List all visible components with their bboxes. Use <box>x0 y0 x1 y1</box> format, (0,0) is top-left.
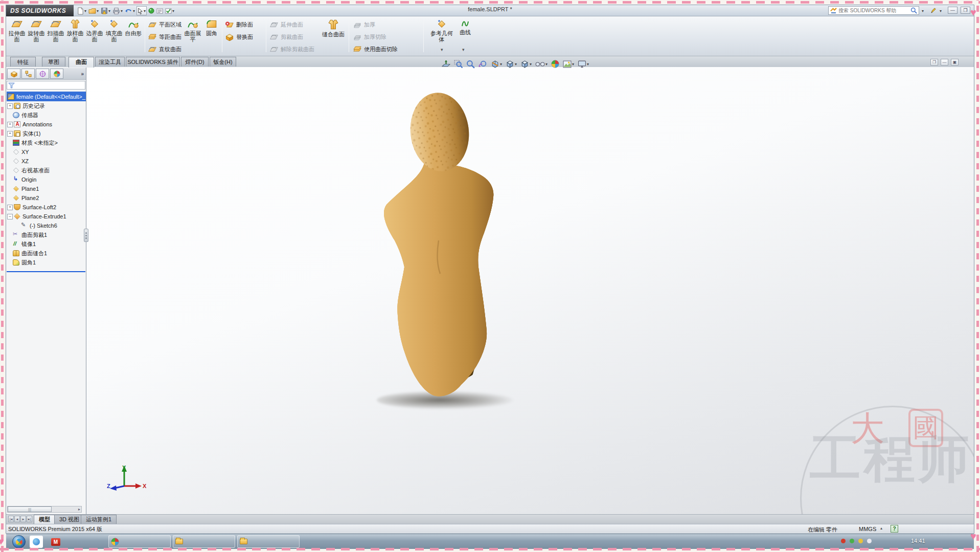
tree-item-plane1[interactable]: Plane1 <box>7 184 85 193</box>
options-button[interactable] <box>156 6 164 15</box>
tree-item-plane-xy[interactable]: XY <box>7 147 85 157</box>
panel-splitter-handle[interactable] <box>84 229 88 242</box>
viewport-restore-icon[interactable]: ❐ <box>930 59 938 65</box>
tray-icon-green[interactable] <box>850 539 854 543</box>
start-button[interactable] <box>12 535 26 548</box>
minimize-button[interactable]: — <box>948 7 958 14</box>
prev-tab-arrow-icon[interactable]: ◂ <box>14 516 20 522</box>
first-tab-arrow-icon[interactable]: |◂ <box>8 516 14 522</box>
tree-item-surface-trim1[interactable]: 曲面剪裁1 <box>7 230 85 239</box>
female-torso-model[interactable] <box>371 87 514 409</box>
flatten-surface-button[interactable]: 曲面展平 <box>182 18 203 54</box>
section-view-icon[interactable] <box>491 60 502 69</box>
search-icon[interactable] <box>910 7 917 14</box>
tab-model[interactable]: 模型 <box>34 515 55 524</box>
feature-manager-tab[interactable] <box>7 69 20 79</box>
scrollbar-thumb[interactable]: ||| <box>8 506 52 512</box>
print-button[interactable] <box>112 6 123 15</box>
extrude-surface-button[interactable]: 拉伸曲面 <box>7 18 27 54</box>
head[interactable] <box>406 90 472 174</box>
tree-item-fillet1[interactable]: 圆角1 <box>7 258 85 267</box>
search-scope-dropdown[interactable] <box>921 6 924 14</box>
tree-item-solid-bodies[interactable]: 实体(1) <box>7 129 85 138</box>
tab-sketch[interactable]: 草图 <box>42 57 65 67</box>
tab-features[interactable]: 特征 <box>10 57 36 67</box>
sweep-surface-button[interactable]: 扫描曲面 <box>46 18 65 54</box>
tab-solidworks-addins[interactable]: SOLIDWORKS 插件 <box>126 57 180 67</box>
tray-icon-yellow[interactable] <box>858 539 863 543</box>
fill-surface-button[interactable]: 填充曲面 <box>104 18 124 54</box>
torso-body[interactable] <box>384 163 499 396</box>
extend-surface-button[interactable]: 延伸曲面 <box>269 19 303 30</box>
help-pen-button[interactable] <box>930 6 942 14</box>
undo-button[interactable] <box>124 6 135 15</box>
tab-3d-views[interactable]: 3D 视图 <box>54 515 84 524</box>
taskbar-window-button-2[interactable] <box>173 535 235 548</box>
maximize-button[interactable]: ❐ <box>961 7 970 14</box>
curves-button[interactable]: 曲线 <box>456 18 474 54</box>
revolve-surface-button[interactable]: 旋转曲面 <box>27 18 46 54</box>
property-manager-tab[interactable] <box>21 69 35 79</box>
tree-item-sensors[interactable]: 传感器 <box>7 111 85 120</box>
knit-surface-button[interactable]: 缝合曲面 <box>322 18 345 54</box>
thicken-button[interactable]: 加厚 <box>353 19 375 30</box>
edit-appearance-icon[interactable] <box>551 60 559 68</box>
rollback-bar[interactable] <box>7 271 85 272</box>
display-style-icon[interactable] <box>520 60 532 69</box>
new-document-button[interactable] <box>77 6 87 15</box>
tree-root-item[interactable]: female (Default<<Default>_ <box>7 92 86 101</box>
rebuild-button[interactable] <box>148 6 155 15</box>
freeform-button[interactable]: 自由形 <box>124 18 143 54</box>
loft-surface-button[interactable]: 放样曲面 <box>65 18 85 54</box>
trim-surface-button[interactable]: 剪裁曲面 <box>269 31 303 42</box>
replace-face-button[interactable]: 替换面 <box>225 31 253 42</box>
tree-item-mirror1[interactable]: 镜像1 <box>7 239 85 249</box>
save-button[interactable] <box>100 6 111 15</box>
cut-with-surface-button[interactable]: 使用曲面切除 <box>353 43 398 55</box>
tree-item-surface-knit1[interactable]: 曲面缝合1 <box>7 249 85 258</box>
zoom-in-out-icon[interactable] <box>466 60 475 69</box>
search-input[interactable] <box>838 8 909 13</box>
planar-surface-button[interactable]: 平面区域 <box>148 19 181 30</box>
tray-icon-white[interactable] <box>867 539 872 543</box>
tree-item-plane-xz[interactable]: XZ <box>7 157 85 166</box>
open-button[interactable] <box>88 6 99 15</box>
reference-geometry-dropdown-icon[interactable]: ▾ <box>441 47 443 52</box>
curves-dropdown-icon[interactable]: ▾ <box>462 47 465 52</box>
tree-item-surface-extrude1[interactable]: Surface-Extrude1 <box>7 212 85 221</box>
mail-taskbar-icon[interactable]: M <box>49 536 62 548</box>
tray-icon-red[interactable] <box>841 539 846 543</box>
tree-item-annotations[interactable]: Annotations <box>7 120 85 129</box>
tab-sheet-metal[interactable]: 钣金(H) <box>210 57 236 67</box>
dimxpert-appearance-tab[interactable] <box>50 69 63 79</box>
taskbar-window-button-1[interactable] <box>108 535 171 548</box>
tab-render-tools[interactable]: 渲染工具 <box>95 57 125 67</box>
thickened-cut-button[interactable]: 加厚切除 <box>353 31 386 42</box>
apply-scene-icon[interactable] <box>563 60 574 68</box>
tree-filter-bar[interactable] <box>7 81 85 90</box>
hide-show-items-icon[interactable] <box>535 61 548 68</box>
tree-item-plane2[interactable]: Plane2 <box>7 193 85 203</box>
configuration-manager-tab[interactable] <box>36 69 49 79</box>
ruled-surface-button[interactable]: 直纹曲面 <box>148 43 181 55</box>
tab-surfaces[interactable]: 曲面 <box>69 57 94 68</box>
spellcheck-button[interactable] <box>165 6 175 15</box>
tree-item-material[interactable]: 材质 <未指定> <box>7 138 85 147</box>
tree-horizontal-scrollbar[interactable]: |||▸ <box>7 506 82 513</box>
tab-weldments[interactable]: 焊件(D) <box>181 57 209 67</box>
zoom-area-icon[interactable] <box>454 60 463 69</box>
tree-item-sketch6[interactable]: (-) Sketch6 <box>7 221 85 230</box>
units-selector[interactable]: MMGS <box>859 526 876 532</box>
graphics-viewport[interactable]: 大 國 工程师 <box>86 67 974 514</box>
view-orientation-icon[interactable] <box>506 60 517 69</box>
boundary-surface-button[interactable]: 边界曲面 <box>85 18 104 54</box>
viewport-tile-icon[interactable]: ▣ <box>951 59 959 65</box>
viewport-minimize-icon[interactable]: — <box>941 59 948 65</box>
zoom-fit-icon[interactable] <box>442 60 450 69</box>
select-button[interactable] <box>136 6 147 15</box>
units-dropdown-icon[interactable]: ▴ <box>880 526 882 531</box>
delete-face-button[interactable]: 删除面 <box>225 19 253 30</box>
offset-surface-button[interactable]: 等距曲面 <box>148 31 181 42</box>
tree-item-surface-loft2[interactable]: Surface-Loft2 <box>7 203 85 212</box>
untrim-surface-button[interactable]: 解除剪裁曲面 <box>269 43 314 55</box>
